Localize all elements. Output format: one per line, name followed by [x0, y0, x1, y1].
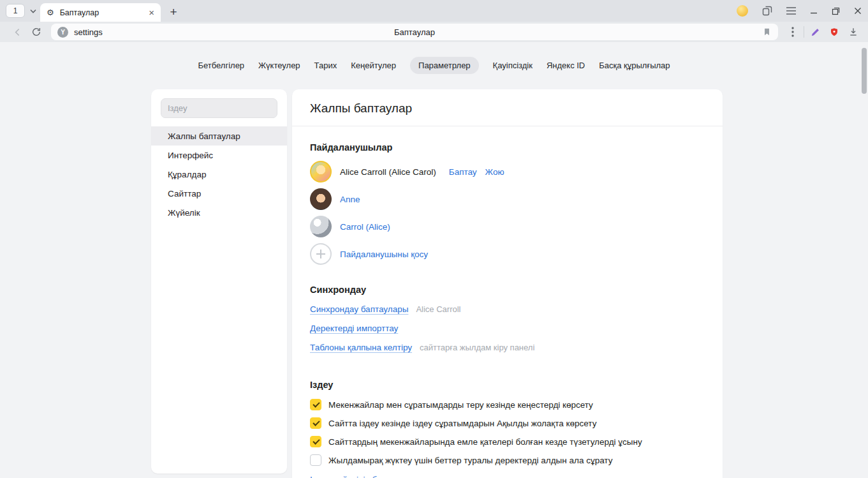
tabs-dropdown-button[interactable] — [28, 6, 38, 16]
tab-counter-label: 1 — [13, 6, 18, 15]
nav-tab-downloads[interactable]: Жүктеулер — [258, 57, 300, 74]
sync-settings-link[interactable]: Синхрондау баптаулары — [310, 304, 408, 314]
add-user-icon[interactable] — [310, 243, 332, 265]
search-option-row: Сайттардың мекенжайларында емле қателері… — [310, 436, 705, 447]
sync-account-note: Alice Carroll — [416, 304, 460, 314]
tab-title: Баптаулар — [60, 8, 143, 17]
user-row: Alice Carroll (Alice Carol) Баптау Жою — [310, 161, 705, 183]
tab-strip: 1 ⚙ Баптаулар × + — [0, 0, 868, 22]
toolbar-divider — [804, 26, 804, 38]
back-button[interactable] — [8, 23, 27, 41]
settings-main-panel: Жалпы баптаулар Пайдаланушылар Alice Car… — [292, 89, 723, 478]
nav-tab-history[interactable]: Тарих — [314, 57, 337, 74]
search-section-heading: Іздеу — [310, 380, 705, 390]
add-user-row: Пайдаланушыны қосу — [310, 243, 705, 265]
tableau-note: сайттарға жылдам кіру панелі — [420, 343, 534, 352]
search-engine-settings-link[interactable]: Іздеу жүйесінің баптаулары — [310, 475, 420, 478]
edit-profile-button[interactable] — [805, 23, 825, 41]
new-tab-button[interactable]: + — [165, 3, 182, 21]
checkbox-prefetch[interactable] — [310, 454, 321, 466]
sidebar-item-sites[interactable]: Сайттар — [151, 184, 287, 203]
sync-row: Таблоны қалпына келтіру сайттарға жылдам… — [310, 343, 705, 352]
reload-icon — [31, 27, 41, 37]
checkbox-spelling-fix[interactable] — [310, 436, 321, 447]
search-option-row: Мекенжайлар мен сұратымдарды теру кезінд… — [310, 399, 705, 410]
address-bar[interactable]: Y settings Баптаулар — [51, 24, 778, 40]
downloads-button[interactable] — [844, 23, 863, 41]
avatar-anne — [310, 188, 332, 210]
tab-settings[interactable]: ⚙ Баптаулар × — [40, 3, 161, 22]
profile-avatar-icon[interactable] — [737, 5, 748, 17]
menu-icon[interactable] — [786, 7, 796, 15]
option-label: Жылдамырақ жүктеу үшін беттер туралы дер… — [328, 456, 612, 465]
sidebar-item-system[interactable]: Жүйелік — [151, 203, 287, 222]
panels-icon[interactable] — [762, 6, 772, 16]
minimize-button[interactable] — [810, 7, 818, 15]
sidebar-item-tools[interactable]: Құралдар — [151, 165, 287, 184]
sync-row: Деректерді импорттау — [310, 324, 705, 333]
download-icon — [848, 27, 858, 37]
user-row: Anne — [310, 188, 705, 210]
nav-tab-settings[interactable]: Параметрлер — [410, 57, 479, 74]
restore-tableau-link[interactable]: Таблоны қалпына келтіру — [310, 343, 412, 352]
scrollbar-thumb[interactable] — [862, 48, 867, 94]
toolbar-menu-button[interactable] — [783, 23, 802, 41]
sync-section-heading: Синхрондау — [310, 285, 705, 295]
settings-content: Пайдаланушылар Alice Carroll (Alice Caro… — [292, 142, 723, 478]
protect-button[interactable] — [825, 23, 844, 41]
search-option-row: Жылдамырақ жүктеу үшін беттер туралы дер… — [310, 454, 705, 466]
sync-row: Синхрондау баптаулары Alice Carroll — [310, 304, 705, 314]
url-text: settings — [74, 27, 103, 37]
users-section-heading: Пайдаланушылар — [310, 142, 705, 153]
sidebar-item-general[interactable]: Жалпы баптаулар — [151, 126, 287, 146]
nav-tab-bookmarks[interactable]: Бетбелгілер — [198, 57, 244, 74]
back-arrow-icon — [12, 27, 23, 38]
nav-tab-other-devices[interactable]: Басқа құрылғылар — [599, 57, 670, 74]
tab-close-icon[interactable]: × — [149, 8, 154, 17]
site-badge-icon[interactable]: Y — [57, 27, 68, 38]
checkbox-suggestions[interactable] — [310, 399, 321, 410]
sidebar-item-interface[interactable]: Интерфейс — [151, 146, 287, 165]
user-link[interactable]: Anne — [340, 195, 360, 204]
avatar-alice — [310, 161, 332, 183]
delete-user-link[interactable]: Жою — [485, 167, 504, 177]
chevron-down-icon — [30, 9, 36, 13]
option-label: Мекенжайлар мен сұратымдарды теру кезінд… — [328, 400, 593, 410]
search-option-row: Сайтта іздеу кезінде іздеу сұратымдарын … — [310, 417, 705, 429]
avatar-carrol — [310, 216, 332, 237]
bookmark-icon[interactable] — [762, 27, 772, 37]
nav-tab-extensions[interactable]: Кеңейтулер — [351, 57, 396, 74]
nav-tab-yandex-id[interactable]: Яндекс ID — [547, 57, 585, 74]
kebab-icon — [791, 27, 794, 37]
settings-nav-tabs: Бетбелгілер Жүктеулер Тарих Кеңейтулер П… — [0, 57, 868, 74]
option-label: Сайттардың мекенжайларында емле қателері… — [328, 437, 642, 447]
shield-icon — [829, 27, 839, 38]
import-data-link[interactable]: Деректерді импорттау — [310, 324, 398, 333]
settings-sidebar: Жалпы баптаулар Интерфейс Құралдар Сайтт… — [151, 89, 287, 474]
page-title: Жалпы баптаулар — [292, 89, 723, 126]
tabbar-right-controls — [723, 0, 862, 22]
page-title-centered: Баптаулар — [51, 27, 778, 37]
close-button[interactable] — [854, 7, 862, 15]
configure-user-link[interactable]: Баптау — [449, 167, 477, 177]
reload-button[interactable] — [27, 23, 46, 41]
user-name: Alice Carroll (Alice Carol) — [340, 167, 436, 177]
maximize-button[interactable] — [832, 7, 840, 15]
pencil-icon — [810, 27, 821, 38]
nav-tab-security[interactable]: Қауіпсіздік — [493, 57, 533, 74]
page-scrollbar[interactable] — [860, 42, 868, 478]
user-link[interactable]: Carrol (Alice) — [340, 222, 390, 232]
gear-icon: ⚙ — [47, 8, 54, 17]
tab-counter-button[interactable]: 1 — [6, 4, 25, 18]
option-label: Сайтта іздеу кезінде іздеу сұратымдарын … — [328, 419, 596, 428]
checkbox-site-search[interactable] — [310, 417, 321, 429]
toolbar: Y settings Баптаулар — [0, 22, 868, 42]
add-user-link[interactable]: Пайдаланушыны қосу — [340, 250, 428, 259]
user-row: Carrol (Alice) — [310, 216, 705, 237]
search-input[interactable] — [161, 98, 277, 118]
